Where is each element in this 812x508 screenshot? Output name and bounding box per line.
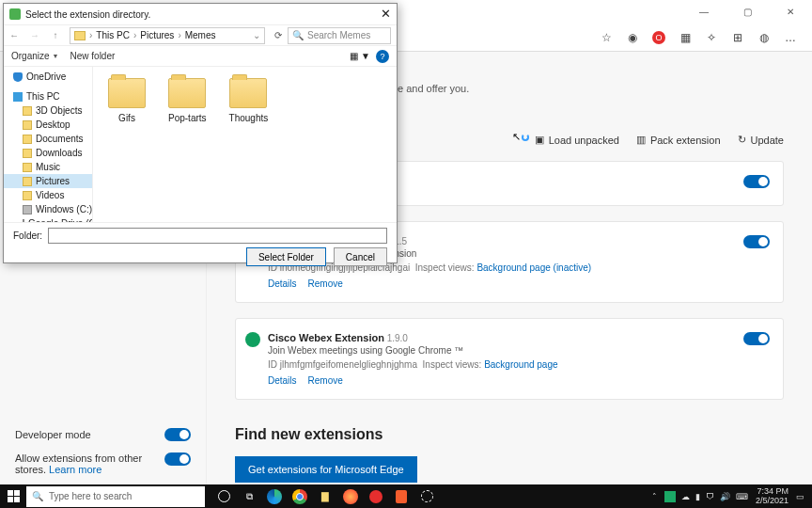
busy-icon <box>522 134 529 141</box>
language-tray-icon[interactable]: ⌨ <box>736 492 748 501</box>
extensions-icon[interactable]: ⊞ <box>731 31 744 44</box>
tree-item[interactable]: Music <box>4 160 92 174</box>
dialog-titlebar: Select the extension directory. ✕ <box>4 4 397 24</box>
folder-input[interactable] <box>48 228 387 244</box>
pack-extension-button[interactable]: ▥Pack extension <box>636 134 721 146</box>
learn-more-link[interactable]: Learn more <box>49 464 102 475</box>
tree-item[interactable]: Documents <box>4 132 92 146</box>
search-input[interactable]: 🔍 Search Memes <box>288 27 391 44</box>
tree-icon <box>23 149 32 158</box>
start-button[interactable] <box>0 490 26 502</box>
firefox-icon[interactable] <box>339 485 362 508</box>
edge-icon[interactable] <box>263 485 286 508</box>
tree-item[interactable]: Google Drive (G:) <box>4 216 92 222</box>
close-button[interactable]: ✕ <box>776 7 804 17</box>
camera-tray-icon[interactable]: ▮ <box>695 492 700 501</box>
cursor-icon: ↖ <box>512 131 521 143</box>
tree-item[interactable]: Downloads <box>4 146 92 160</box>
extension-toggle[interactable] <box>743 235 770 248</box>
chevron-down-icon[interactable]: ⌄ <box>253 30 260 40</box>
notifications-icon[interactable]: ▭ <box>796 492 804 501</box>
tree-item[interactable]: OneDrive <box>4 70 92 84</box>
ext-version: 1.9.0 <box>387 333 408 343</box>
tree-item[interactable]: Desktop <box>4 118 92 132</box>
tree-item[interactable]: Windows (C:) <box>4 202 92 216</box>
opera-icon[interactable] <box>365 485 387 508</box>
minimize-button[interactable]: — <box>690 7 718 17</box>
ext-title: Cisco Webex Extension <box>268 332 384 343</box>
load-icon: ▣ <box>535 134 544 146</box>
help-icon[interactable]: ? <box>376 50 389 63</box>
inspect-label: Inspect views: <box>423 359 482 370</box>
profile-avatar[interactable]: ◍ <box>757 31 771 44</box>
tree-item[interactable]: 3D Objects <box>4 103 92 118</box>
allow-ext-toggle[interactable] <box>164 452 191 466</box>
taskbar-search[interactable]: 🔍 Type here to search <box>26 486 205 507</box>
onedrive-tray-icon[interactable]: ☁ <box>681 492 690 501</box>
up-button[interactable]: ↑ <box>45 30 66 40</box>
tray-expand-icon[interactable]: ˄ <box>652 492 657 501</box>
app-icon <box>9 8 21 20</box>
find-heading: Find new extensions <box>235 426 784 443</box>
dialog-close-button[interactable]: ✕ <box>381 7 391 21</box>
remove-link[interactable]: Remove <box>308 278 343 289</box>
brave-icon[interactable] <box>390 485 413 508</box>
folder-item[interactable]: Gifs <box>108 78 146 123</box>
details-link[interactable]: Details <box>268 375 297 386</box>
opera-icon[interactable]: O <box>652 31 665 44</box>
get-extensions-button[interactable]: Get extensions for Microsoft Edge <box>235 456 417 483</box>
sound-icon[interactable]: ◉ <box>626 31 639 44</box>
folder-label: Thoughts <box>229 113 269 123</box>
tree-icon <box>13 92 23 102</box>
extension-toggle[interactable] <box>743 332 770 345</box>
organize-menu[interactable]: Organize▼ <box>11 51 59 61</box>
select-folder-button[interactable]: Select Folder <box>246 247 326 266</box>
tree-icon <box>23 191 32 200</box>
more-icon[interactable]: … <box>784 31 797 44</box>
tree-item[interactable]: Videos <box>4 188 92 202</box>
collections-icon[interactable]: ▦ <box>679 31 692 44</box>
folder-tree[interactable]: OneDriveThis PC3D ObjectsDesktopDocument… <box>4 67 93 222</box>
maximize-button[interactable]: ▢ <box>733 7 761 17</box>
folder-icon <box>108 78 146 108</box>
forward-button[interactable]: → <box>24 30 45 40</box>
remove-link[interactable]: Remove <box>308 375 343 386</box>
tree-icon <box>23 205 32 214</box>
back-button[interactable]: ← <box>4 30 24 40</box>
volume-tray-icon[interactable]: 🔊 <box>720 492 730 501</box>
tree-item[interactable]: This PC <box>4 89 92 103</box>
view-mode-button[interactable]: ▦ ▼ <box>350 51 370 61</box>
new-folder-button[interactable]: New folder <box>70 51 116 61</box>
background-page-link[interactable]: Background page <box>484 359 557 370</box>
details-link[interactable]: Details <box>268 278 297 289</box>
search-icon: 🔍 <box>32 491 43 501</box>
folder-item[interactable]: Pop-tarts <box>168 78 207 123</box>
extension-card-webex: Cisco Webex Extension 1.9.0 Join Webex m… <box>235 318 784 400</box>
chrome-icon[interactable] <box>289 485 311 508</box>
tree-item[interactable]: Pictures <box>4 174 92 188</box>
clock[interactable]: 7:34 PM 2/5/2021 <box>756 487 789 506</box>
task-view-icon[interactable]: ⧉ <box>238 485 260 508</box>
developer-mode-toggle[interactable] <box>164 428 191 441</box>
breadcrumb[interactable]: ›This PC ›Pictures ›Memes ⌄ <box>70 27 265 44</box>
cancel-button[interactable]: Cancel <box>334 247 387 266</box>
files-icon[interactable]: ▇ <box>314 485 336 508</box>
folder-item[interactable]: Thoughts <box>229 78 269 123</box>
load-unpacked-button[interactable]: ▣Load unpacked <box>535 134 619 146</box>
inspect-label: Inspect views: <box>415 262 475 273</box>
update-button[interactable]: ↻Update <box>738 134 784 146</box>
favorites-icon[interactable]: ✧ <box>705 31 718 44</box>
ext-sub: Join Webex meetings using Google Chrome … <box>268 345 766 356</box>
network-tray-icon[interactable]: ⛉ <box>706 492 714 501</box>
cortana-icon[interactable] <box>212 485 235 508</box>
tray-app-icon[interactable] <box>664 491 676 502</box>
folder-pane[interactable]: GifsPop-tartsThoughts <box>93 67 397 222</box>
tree-icon <box>23 177 32 186</box>
background-page-link[interactable]: Background page (inactive) <box>476 262 591 273</box>
extension-toggle[interactable] <box>743 175 770 188</box>
pack-icon: ▥ <box>636 134 646 146</box>
favorite-icon[interactable]: ☆ <box>600 31 613 44</box>
tree-icon <box>23 120 32 130</box>
misc-icon[interactable] <box>415 485 438 508</box>
refresh-button[interactable]: ⟳ <box>269 30 288 40</box>
